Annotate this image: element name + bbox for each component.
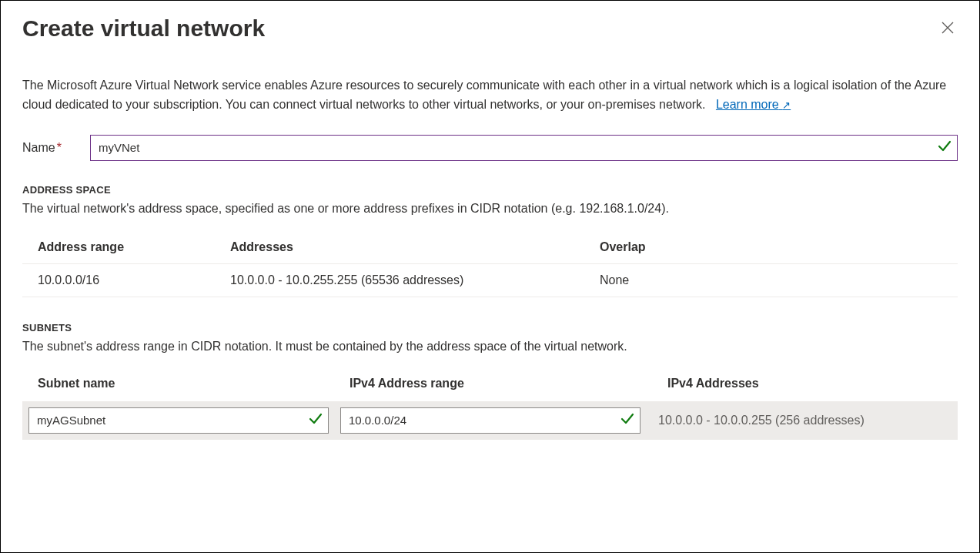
close-button[interactable]: [938, 18, 958, 42]
address-space-heading: ADDRESS SPACE: [22, 184, 958, 196]
name-input-wrapper: [90, 135, 958, 161]
create-vnet-panel: Create virtual network The Microsoft Azu…: [0, 0, 980, 553]
subnet-name-input-wrapper: [28, 407, 329, 434]
cell-overlap: None: [600, 273, 942, 287]
panel-title: Create virtual network: [22, 15, 265, 42]
intro-paragraph: The Microsoft Azure Virtual Network serv…: [22, 76, 954, 115]
close-icon: [941, 21, 955, 38]
required-asterisk: *: [57, 141, 62, 154]
name-field-row: Name*: [22, 135, 958, 161]
subnets-header-row: Subnet name IPv4 Address range IPv4 Addr…: [22, 369, 958, 401]
col-header-subnet-name: Subnet name: [38, 377, 350, 390]
subnet-range-input-wrapper: [340, 407, 641, 434]
learn-more-link[interactable]: Learn more ↗: [716, 98, 791, 111]
checkmark-icon: [938, 139, 952, 156]
col-header-ipv4-range: IPv4 Address range: [350, 377, 661, 390]
address-space-table: Address range Addresses Overlap 10.0.0.0…: [22, 231, 958, 297]
subnets-table: Subnet name IPv4 Address range IPv4 Addr…: [22, 369, 958, 440]
subnet-range-input[interactable]: [340, 407, 641, 434]
cell-range: 10.0.0.0/16: [38, 273, 230, 287]
subnets-heading: SUBNETS: [22, 322, 958, 333]
intro-text: The Microsoft Azure Virtual Network serv…: [22, 79, 946, 111]
checkmark-icon: [309, 412, 323, 429]
address-space-header-row: Address range Addresses Overlap: [22, 231, 958, 264]
subnets-description: The subnet's address range in CIDR notat…: [22, 340, 958, 354]
col-header-range: Address range: [38, 240, 230, 254]
subnet-name-input[interactable]: [28, 407, 329, 434]
external-link-icon: ↗: [782, 99, 791, 111]
checkmark-icon: [620, 412, 634, 429]
table-row: 10.0.0.0 - 10.0.0.255 (256 addresses): [22, 401, 958, 440]
col-header-addresses: Addresses: [230, 240, 600, 254]
col-header-overlap: Overlap: [600, 240, 942, 254]
name-label: Name*: [22, 141, 90, 155]
table-row[interactable]: 10.0.0.0/16 10.0.0.0 - 10.0.255.255 (655…: [22, 264, 958, 297]
cell-ipv4-addresses: 10.0.0.0 - 10.0.0.255 (256 addresses): [652, 414, 952, 427]
cell-addresses: 10.0.0.0 - 10.0.255.255 (65536 addresses…: [230, 273, 600, 287]
name-input[interactable]: [90, 135, 958, 161]
col-header-ipv4-addresses: IPv4 Addresses: [661, 377, 952, 390]
address-space-description: The virtual network's address space, spe…: [22, 202, 958, 216]
